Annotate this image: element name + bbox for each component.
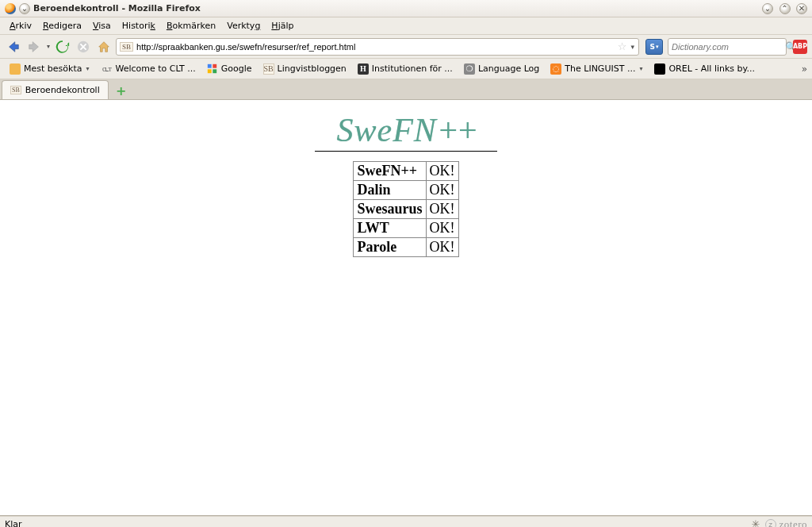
plus-icon: + xyxy=(116,83,126,98)
bookmark-label: Mest besökta xyxy=(24,63,82,74)
resource-name: Dalin xyxy=(354,181,426,200)
reload-icon xyxy=(56,40,70,54)
bookmark-label: Institutionen för ... xyxy=(372,63,453,74)
orel-icon xyxy=(654,63,665,75)
brand-text: SweFN xyxy=(336,112,436,148)
table-row: LWT OK! xyxy=(354,219,458,238)
sb-icon: SB xyxy=(263,63,274,75)
search-engine-selector[interactable]: S▾ xyxy=(645,39,663,55)
zotero-label[interactable]: zotero xyxy=(779,518,807,528)
resource-name: Swesaurus xyxy=(354,200,426,219)
menu-bookmarks[interactable]: Bokmärken xyxy=(162,19,220,33)
bookmark-label: OREL - All links by... xyxy=(668,63,755,74)
url-dropdown[interactable]: ▾ xyxy=(630,43,635,51)
back-button[interactable] xyxy=(5,38,22,56)
status-table: SweFN++ OK! Dalin OK! Swesaurus OK! LWT … xyxy=(353,161,458,257)
nav-toolbar: ▾ SB ☆ ▾ S▾ 🔍 ABP xyxy=(0,35,812,59)
resource-status: OK! xyxy=(426,181,458,200)
firefox-icon xyxy=(5,3,16,14)
site-favicon: SB xyxy=(120,42,133,52)
tab-label: Beroendekontroll xyxy=(25,85,100,95)
reload-button[interactable] xyxy=(54,38,71,56)
brand-suffix: ++ xyxy=(437,112,476,148)
resource-name: Parole xyxy=(354,238,426,257)
chevron-down-icon: ▾ xyxy=(638,65,643,72)
svg-rect-3 xyxy=(208,69,212,73)
bookmark-google[interactable]: Google xyxy=(202,62,257,76)
page-viewport: SweFN++ SweFN++ OK! Dalin OK! Swesaurus … xyxy=(0,100,812,516)
adblock-plus-icon[interactable]: ABP xyxy=(793,40,807,54)
resource-status: OK! xyxy=(426,162,458,181)
firebug-icon[interactable]: ✳ xyxy=(752,518,760,527)
resource-status: OK! xyxy=(426,219,458,238)
bookmark-label: Language Log xyxy=(478,63,539,74)
stop-icon xyxy=(76,40,90,54)
bookmark-label: Lingvistbloggen xyxy=(278,63,347,74)
tab-beroendekontroll[interactable]: SB Beroendekontroll xyxy=(2,80,109,99)
minimize-button[interactable]: ⌄ xyxy=(762,3,773,14)
menu-file[interactable]: Arkiv xyxy=(5,19,36,33)
bookmark-label: The LINGUIST ... xyxy=(565,63,635,74)
menu-edit[interactable]: Redigera xyxy=(38,19,86,33)
institution-icon: H xyxy=(358,63,369,75)
bookmark-most-visited[interactable]: Mest besökta ▾ xyxy=(5,62,94,76)
resource-status: OK! xyxy=(426,200,458,219)
brand-divider xyxy=(315,151,497,152)
bookmark-language-log[interactable]: ❍ Language Log xyxy=(459,62,544,76)
close-button[interactable]: ✕ xyxy=(796,3,807,14)
status-text: Klar xyxy=(5,519,22,527)
resource-status: OK! xyxy=(426,238,458,257)
home-button[interactable] xyxy=(95,38,113,56)
search-bar[interactable]: 🔍 xyxy=(668,38,787,56)
page-brand: SweFN++ xyxy=(336,111,475,149)
new-tab-button[interactable]: + xyxy=(112,82,131,99)
menu-history[interactable]: Historik xyxy=(117,19,160,33)
bookmarks-toolbar: Mest besökta ▾ cʟт Welcome to CLT ... Go… xyxy=(0,59,812,79)
menu-help[interactable]: Hjälp xyxy=(266,19,298,33)
bookmark-orel[interactable]: OREL - All links by... xyxy=(649,62,760,76)
table-row: Dalin OK! xyxy=(354,181,458,200)
resource-name: LWT xyxy=(354,219,426,238)
status-bar: Klar ✳ z zotero xyxy=(0,516,812,527)
zotero-icon[interactable]: z xyxy=(765,519,776,528)
url-input[interactable] xyxy=(136,42,615,52)
window-title: Beroendekontroll - Mozilla Firefox xyxy=(33,3,201,13)
stop-button[interactable] xyxy=(75,38,92,56)
window-titlebar: ⌄ Beroendekontroll - Mozilla Firefox ⌄ ⌃… xyxy=(0,0,812,17)
resource-name: SweFN++ xyxy=(354,162,426,181)
menu-view[interactable]: Visa xyxy=(88,19,116,33)
bookmark-star-icon[interactable]: ☆ xyxy=(618,40,627,52)
bookmark-label: Welcome to CLT ... xyxy=(115,63,195,74)
folder-icon xyxy=(10,63,21,75)
bookmarks-overflow[interactable]: » xyxy=(802,63,807,75)
table-row: SweFN++ OK! xyxy=(354,162,458,181)
table-row: Swesaurus OK! xyxy=(354,200,458,219)
sb-icon: SB xyxy=(10,86,21,94)
home-icon xyxy=(97,40,111,54)
rss-icon: ◌ xyxy=(550,63,561,75)
clt-icon: cʟт xyxy=(101,63,112,75)
svg-rect-2 xyxy=(213,64,217,68)
table-row: Parole OK! xyxy=(354,238,458,257)
chevron-down-icon: ▾ xyxy=(85,65,90,72)
forward-button[interactable] xyxy=(25,38,43,56)
arrow-left-icon xyxy=(6,40,21,54)
tab-strip: SB Beroendekontroll + xyxy=(0,79,812,100)
bookmark-institutionen[interactable]: H Institutionen för ... xyxy=(353,62,458,76)
svg-rect-4 xyxy=(213,69,217,73)
search-input[interactable] xyxy=(672,42,782,52)
nav-history-dropdown[interactable]: ▾ xyxy=(46,43,51,50)
bookmark-label: Google xyxy=(221,63,252,74)
maximize-button[interactable]: ⌃ xyxy=(779,3,791,14)
language-log-icon: ❍ xyxy=(464,63,475,75)
svg-rect-1 xyxy=(208,64,212,68)
arrow-right-icon xyxy=(27,40,41,54)
window-menu-icon[interactable]: ⌄ xyxy=(19,3,30,14)
url-bar[interactable]: SB ☆ ▾ xyxy=(116,38,639,56)
bookmark-linguist[interactable]: ◌ The LINGUIST ... ▾ xyxy=(546,62,648,76)
menu-tools[interactable]: Verktyg xyxy=(222,19,265,33)
bookmark-clt[interactable]: cʟт Welcome to CLT ... xyxy=(96,62,200,76)
bookmark-lingvistbloggen[interactable]: SB Lingvistbloggen xyxy=(259,62,351,76)
menu-bar: Arkiv Redigera Visa Historik Bokmärken V… xyxy=(0,17,812,35)
google-icon xyxy=(207,63,218,75)
